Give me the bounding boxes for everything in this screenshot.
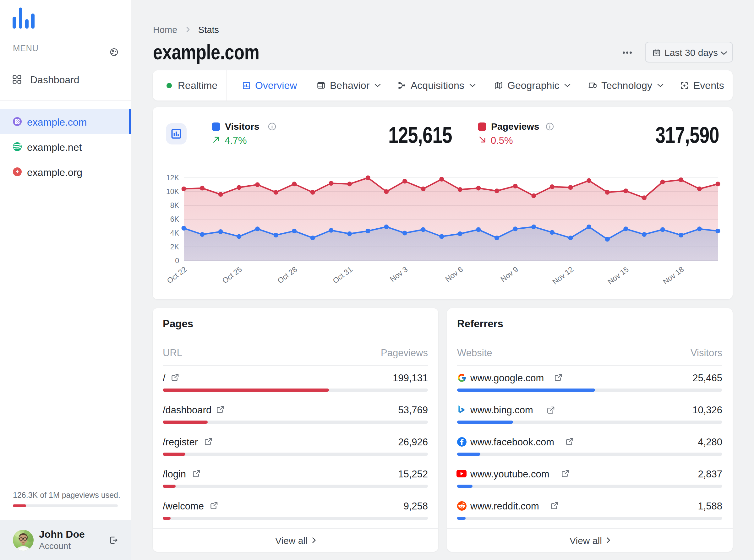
svg-text:12K: 12K <box>166 174 179 182</box>
svg-text:Nov 3: Nov 3 <box>388 265 409 283</box>
svg-text:0: 0 <box>175 257 179 265</box>
svg-text:Nov 18: Nov 18 <box>661 265 686 286</box>
svg-text:2K: 2K <box>170 243 179 251</box>
svg-text:Nov 9: Nov 9 <box>499 265 520 283</box>
svg-text:Oct 28: Oct 28 <box>276 265 299 285</box>
svg-text:8K: 8K <box>170 201 179 209</box>
svg-text:Nov 6: Nov 6 <box>443 265 464 283</box>
svg-text:Oct 31: Oct 31 <box>331 265 354 285</box>
svg-text:Nov 12: Nov 12 <box>551 265 575 286</box>
svg-text:Oct 22: Oct 22 <box>165 265 188 285</box>
svg-text:10K: 10K <box>166 187 179 196</box>
svg-text:Oct 25: Oct 25 <box>221 265 243 285</box>
svg-text:6K: 6K <box>170 215 179 223</box>
svg-text:Nov 15: Nov 15 <box>606 265 630 286</box>
svg-text:4K: 4K <box>170 229 179 237</box>
